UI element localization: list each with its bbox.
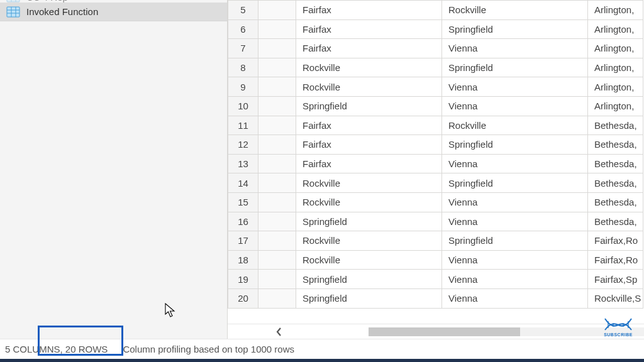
data-cell[interactable]: Vienna — [442, 250, 588, 270]
data-cell[interactable]: Bethesda, — [588, 192, 643, 212]
row-number-cell[interactable]: 8 — [228, 58, 258, 77]
data-cell[interactable]: Rockville,S — [588, 288, 643, 308]
data-cell[interactable]: Bethesda, — [588, 212, 643, 231]
row-number-cell[interactable]: 6 — [228, 19, 258, 39]
blank-cell[interactable] — [258, 231, 296, 251]
blank-cell[interactable] — [258, 39, 296, 58]
data-grid[interactable]: 5FairfaxRockvilleArlington,6FairfaxSprin… — [228, 0, 643, 309]
blank-cell[interactable] — [258, 192, 296, 212]
data-cell[interactable]: Arlington, — [588, 19, 643, 39]
data-cell[interactable]: Vienna — [442, 154, 588, 173]
blank-cell[interactable] — [258, 135, 296, 155]
data-cell[interactable]: Rockville — [296, 192, 442, 212]
blank-cell[interactable] — [258, 1, 296, 20]
blank-cell[interactable] — [258, 250, 296, 270]
table-row[interactable]: 13FairfaxViennaBethesda, — [228, 154, 643, 173]
table-row[interactable]: 14RockvilleSpringfieldBethesda, — [228, 173, 643, 193]
data-cell[interactable]: Arlington, — [588, 58, 643, 77]
data-cell[interactable]: Fairfax,Ro — [588, 250, 643, 270]
table-row[interactable]: 18RockvilleViennaFairfax,Ro — [228, 250, 643, 270]
row-number-cell[interactable]: 12 — [228, 135, 258, 155]
data-cell[interactable]: Rockville — [442, 1, 588, 20]
data-cell[interactable]: Springfield — [442, 135, 588, 155]
data-cell[interactable]: Rockville — [296, 250, 442, 270]
row-number-cell[interactable]: 9 — [228, 77, 258, 97]
blank-cell[interactable] — [258, 77, 296, 97]
data-cell[interactable]: Bethesda, — [588, 135, 643, 155]
row-number-cell[interactable]: 17 — [228, 231, 258, 251]
data-cell[interactable]: Vienna — [442, 270, 588, 289]
data-cell[interactable]: Rockville — [296, 231, 442, 251]
data-cell[interactable]: Bethesda, — [588, 154, 643, 173]
data-cell[interactable]: Fairfax — [296, 135, 442, 155]
table-row[interactable]: 7FairfaxViennaArlington, — [228, 39, 643, 58]
data-cell[interactable]: Vienna — [442, 77, 588, 97]
table-row[interactable]: 15RockvilleViennaBethesda, — [228, 192, 643, 212]
data-cell[interactable]: Bethesda, — [588, 116, 643, 135]
data-cell[interactable]: Vienna — [442, 192, 588, 212]
data-cell[interactable]: Arlington, — [588, 1, 643, 20]
scroll-left-button[interactable] — [272, 325, 287, 339]
blank-cell[interactable] — [258, 19, 296, 39]
table-row[interactable]: 16SpringfieldViennaBethesda, — [228, 212, 643, 231]
blank-cell[interactable] — [258, 270, 296, 289]
data-cell[interactable]: Fairfax — [296, 39, 442, 58]
data-cell[interactable]: Springfield — [296, 270, 442, 289]
data-cell[interactable]: Vienna — [442, 212, 588, 231]
row-number-cell[interactable]: 13 — [228, 154, 258, 173]
status-profiling[interactable]: Column profiling based on top 1000 rows — [123, 344, 294, 354]
data-cell[interactable]: Vienna — [442, 39, 588, 58]
data-cell[interactable]: Rockville — [296, 77, 442, 97]
data-cell[interactable]: Springfield — [296, 96, 442, 116]
data-cell[interactable]: Springfield — [296, 212, 442, 231]
data-cell[interactable]: Rockville — [442, 116, 588, 135]
table-row[interactable]: 19SpringfieldViennaFairfax,Sp — [228, 270, 643, 289]
data-cell[interactable]: Fairfax — [296, 1, 442, 20]
scroll-track[interactable] — [369, 327, 644, 336]
data-cell[interactable]: Arlington, — [588, 96, 643, 116]
data-cell[interactable]: Rockville — [296, 173, 442, 193]
data-cell[interactable]: Vienna — [442, 96, 588, 116]
row-number-cell[interactable]: 19 — [228, 270, 258, 289]
row-number-cell[interactable]: 7 — [228, 39, 258, 58]
data-cell[interactable]: Bethesda, — [588, 173, 643, 193]
table-row[interactable]: 11FairfaxRockvilleBethesda, — [228, 116, 643, 135]
row-number-cell[interactable]: 16 — [228, 212, 258, 231]
blank-cell[interactable] — [258, 173, 296, 193]
table-row[interactable]: 12FairfaxSpringfieldBethesda, — [228, 135, 643, 155]
data-cell[interactable]: Rockville — [296, 58, 442, 77]
data-cell[interactable]: Fairfax,Sp — [588, 270, 643, 289]
row-number-cell[interactable]: 18 — [228, 250, 258, 270]
data-cell[interactable]: Fairfax — [296, 19, 442, 39]
table-row[interactable]: 8RockvilleSpringfieldArlington, — [228, 58, 643, 77]
query-item-invoked-function[interactable]: Invoked Function — [0, 3, 227, 21]
row-number-cell[interactable]: 11 — [228, 116, 258, 135]
blank-cell[interactable] — [258, 96, 296, 116]
data-cell[interactable]: Vienna — [442, 288, 588, 308]
table-row[interactable]: 9RockvilleViennaArlington, — [228, 77, 643, 97]
row-number-cell[interactable]: 14 — [228, 173, 258, 193]
blank-cell[interactable] — [258, 288, 296, 308]
table-row[interactable]: 5FairfaxRockvilleArlington, — [228, 1, 643, 20]
data-cell[interactable]: Springfield — [442, 231, 588, 251]
table-row[interactable]: 20SpringfieldViennaRockville,S — [228, 288, 643, 308]
row-number-cell[interactable]: 10 — [228, 96, 258, 116]
data-cell[interactable]: Fairfax — [296, 154, 442, 173]
row-number-cell[interactable]: 15 — [228, 192, 258, 212]
table-row[interactable]: 6FairfaxSpringfieldArlington, — [228, 19, 643, 39]
data-cell[interactable]: Springfield — [442, 19, 588, 39]
data-cell[interactable]: Springfield — [442, 58, 588, 77]
blank-cell[interactable] — [258, 154, 296, 173]
data-cell[interactable]: Arlington, — [588, 77, 643, 97]
data-cell[interactable]: Arlington, — [588, 39, 643, 58]
blank-cell[interactable] — [258, 58, 296, 77]
table-row[interactable]: 17RockvilleSpringfieldFairfax,Ro — [228, 231, 643, 251]
data-cell[interactable]: Springfield — [296, 288, 442, 308]
row-number-cell[interactable]: 5 — [228, 1, 258, 20]
data-cell[interactable]: Fairfax,Ro — [588, 231, 643, 251]
blank-cell[interactable] — [258, 212, 296, 231]
data-cell[interactable]: Fairfax — [296, 116, 442, 135]
scroll-thumb[interactable] — [369, 327, 520, 336]
table-row[interactable]: 10SpringfieldViennaArlington, — [228, 96, 643, 116]
row-number-cell[interactable]: 20 — [228, 288, 258, 308]
